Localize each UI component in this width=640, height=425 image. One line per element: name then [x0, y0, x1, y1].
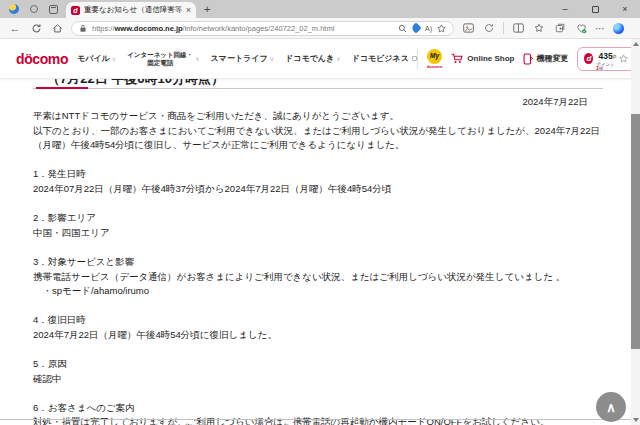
active-tab[interactable]: d 重要なお知らせ（通信障害等）： × [66, 2, 196, 18]
chevron-down-icon: ∨ [112, 55, 116, 62]
history-icon[interactable] [482, 23, 496, 33]
tab-actions-icon[interactable] [49, 5, 58, 14]
section-restoration: 4．復旧日時 2024年7月22日（月曜）午後4時54分頃に復旧しました。 [33, 313, 603, 342]
device-change-label: 機種変更 [536, 53, 568, 64]
home-button[interactable] [50, 23, 64, 34]
header-actions: My docomo Online Shop 機種変更 d 435P ポイント2 [417, 47, 640, 71]
zoom-icon[interactable] [398, 24, 407, 33]
nav-mobile[interactable]: モバイル∨ [77, 53, 116, 64]
browser-tag-icon[interactable] [410, 22, 421, 33]
copilot-icon[interactable] [613, 23, 624, 34]
intro-paragraph: 平素はNTTドコモのサービス・商品をご利用いただき、誠にありがとうございます。 [33, 109, 603, 124]
nav-denki[interactable]: ドコモでんき∨ [285, 53, 341, 64]
scrollbar-thumb[interactable] [631, 114, 640, 349]
dpoint-sub-label: ポイント2倍 [596, 63, 616, 72]
my-docomo-icon: My [427, 49, 442, 64]
chevron-down-icon: ∨ [195, 55, 199, 62]
title-accent [36, 87, 88, 89]
section-services: 3．対象サービスと影響 携帯電話サービス（データ通信）がお客さまによりご利用でき… [33, 255, 603, 299]
browser-essentials-icon[interactable] [574, 23, 588, 34]
header-separator [417, 49, 418, 69]
section-occurrence: 1．発生日時 2024年07月22日（月曜）午後4時37分頃から2024年7月2… [33, 167, 603, 196]
nav-business[interactable]: ドコモビジネス [352, 53, 417, 64]
favorites-icon[interactable] [532, 23, 546, 33]
maximize-icon [592, 6, 599, 13]
maximize-button[interactable] [580, 0, 610, 18]
site-header: döcomo モバイル∨ インターネット回線・固定電話∨ スマートライフ∨ ドコ… [0, 39, 631, 79]
split-screen-icon[interactable] [511, 23, 525, 33]
web-capture-icon[interactable] [461, 23, 475, 33]
section-cause: 5．原因 確認中 [33, 357, 603, 386]
phone-icon [523, 53, 533, 65]
page-title: （7月22日 午後6時10分時点） [47, 79, 603, 87]
dpoint-balance: 435 [599, 51, 613, 61]
browser-toolbar: ← https://www.docomo.ne.jp/info/network/… [0, 18, 640, 39]
scroll-up-icon[interactable] [633, 42, 639, 46]
page-content: （7月22日 午後6時10分時点） 2024年7月22日 平素はNTTドコモのサ… [0, 79, 631, 425]
close-window-button[interactable]: × [610, 0, 640, 18]
workspaces-icon[interactable] [30, 5, 38, 13]
chevron-down-icon: ∨ [270, 55, 274, 62]
docomo-favicon-icon: d [71, 6, 80, 15]
tab-title: 重要なお知らせ（通信障害等）： [84, 5, 182, 15]
my-docomo-label: docomo [427, 65, 443, 69]
favorite-star-icon[interactable] [437, 24, 446, 33]
my-docomo-button[interactable]: My docomo [427, 49, 443, 69]
back-button[interactable]: ← [8, 23, 22, 34]
chevron-down-icon: ∨ [336, 55, 340, 62]
tab-strip: d 重要なお知らせ（通信障害等）： × + – × [0, 0, 640, 18]
address-bar[interactable]: https://www.docomo.ne.jp/info/network/ka… [71, 21, 454, 36]
main-nav: モバイル∨ インターネット回線・固定電話∨ スマートライフ∨ ドコモでんき∨ ド… [77, 51, 417, 66]
browser-window: d 重要なお知らせ（通信障害等）： × + – × ← https://www.… [0, 0, 640, 425]
settings-more-icon[interactable]: ⋯ [595, 23, 606, 34]
vertical-scrollbar[interactable] [631, 39, 640, 425]
window-bottom-edge [0, 419, 640, 420]
refresh-button[interactable] [29, 23, 43, 34]
url-text: https://www.docomo.ne.jp/info/network/ka… [92, 24, 393, 33]
toolbar-separator [503, 22, 504, 34]
tab-close-icon[interactable]: × [186, 6, 191, 15]
new-tab-button[interactable]: + [204, 4, 210, 15]
device-change-button[interactable]: 機種変更 [523, 53, 568, 65]
nav-smartlife[interactable]: スマートライフ∨ [211, 53, 275, 64]
online-shop-button[interactable]: Online Shop [451, 53, 514, 64]
scroll-down-icon[interactable] [633, 418, 639, 422]
cart-icon [451, 53, 464, 64]
section-area: 2．影響エリア 中国・四国エリア [33, 211, 603, 240]
dpoint-icon: d [584, 53, 593, 64]
notice-date: 2024年7月22日 [33, 96, 588, 109]
window-controls: – × [550, 0, 640, 18]
docomo-logo[interactable]: döcomo [16, 51, 68, 67]
collections-icon[interactable] [553, 23, 567, 33]
clipped-next-line: ドコモ インフォメーションセンター [150, 421, 450, 425]
read-aloud-icon[interactable]: A) [425, 25, 432, 32]
profile-avatar-icon[interactable] [9, 4, 19, 14]
nav-internet-line[interactable]: インターネット回線・固定電話∨ [127, 51, 199, 66]
back-to-top-button[interactable]: ∧ [596, 392, 626, 422]
minimize-button[interactable]: – [550, 0, 580, 18]
online-shop-label: Online Shop [467, 54, 514, 63]
title-rule [33, 87, 603, 89]
dpoint-star-icon [619, 54, 628, 63]
lock-icon [79, 24, 87, 33]
intro-paragraph: 以下のとおり、一部のお客さまにおいてご利用できない状況、またはご利用しづらい状況… [33, 124, 603, 153]
